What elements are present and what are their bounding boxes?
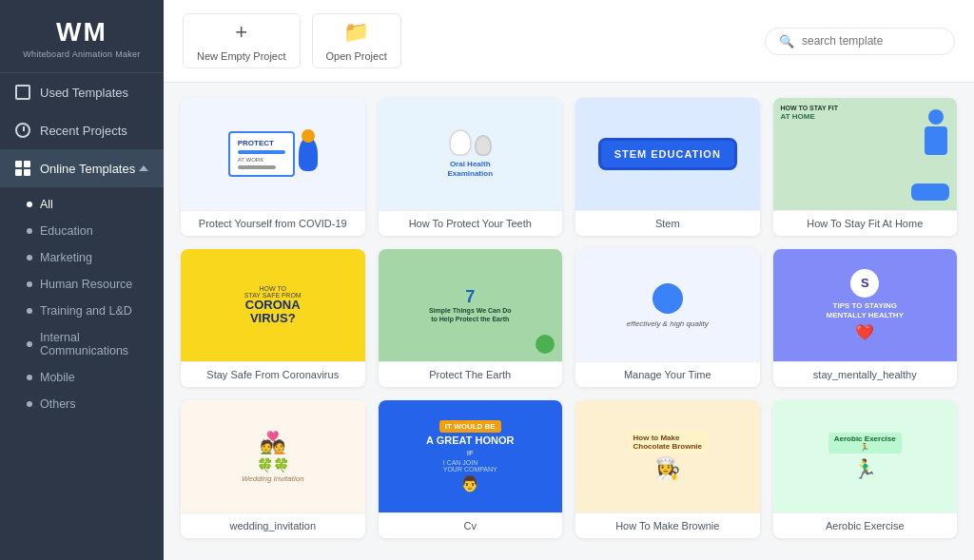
all-label: All [40, 198, 53, 211]
sidebar: WM Whiteboard Animation Maker Used Templ… [0, 0, 164, 560]
template-label-aerobic: Aerobic Exercise [773, 512, 958, 538]
education-label: Education [40, 224, 93, 238]
others-label: Others [40, 397, 76, 411]
template-card-fitness[interactable]: HOW TO STAY FITAT HOME How To Stay Fit A… [773, 98, 958, 236]
template-label-fitness: How To Stay Fit At Home [773, 210, 958, 236]
template-card-stem[interactable]: STEM EDUCATION Stem [575, 98, 760, 236]
template-label-brownie: How To Make Brownie [575, 512, 760, 538]
marketing-label: Marketing [40, 251, 92, 264]
grid-icon [15, 161, 30, 176]
template-label-stem: Stem [575, 210, 760, 236]
internal-comms-label: Internal Communications [40, 331, 148, 357]
template-card-cv[interactable]: IT WOULD BE A GREAT HONORIF I CAN JOINYO… [379, 400, 563, 538]
template-label-corona: Stay Safe From Coronavirus [181, 361, 365, 387]
chevron-up-icon [139, 165, 148, 171]
logo-initials: WM [11, 17, 152, 48]
online-templates-label: Online Templates [40, 162, 135, 176]
template-label-teeth: How To Protect Your Teeth [379, 210, 563, 236]
dot-icon [27, 375, 32, 380]
template-thumb-corona: HOW TO STAY SAFE FROM CORONAVIRUS? [181, 249, 365, 361]
template-card-time[interactable]: effectively & high quality Manage Your T… [575, 249, 760, 387]
template-card-earth[interactable]: 7 Simple Things We Can Doto Help Protect… [379, 249, 563, 387]
main-content: + New Empty Project 📁 Open Project 🔍 PRO… [164, 0, 974, 560]
used-templates-label: Used Templates [40, 86, 128, 100]
dot-icon [27, 341, 32, 347]
new-empty-project-button[interactable]: + New Empty Project [183, 13, 301, 68]
sidebar-item-recent-projects[interactable]: Recent Projects [0, 111, 164, 149]
template-thumb-cv: IT WOULD BE A GREAT HONORIF I CAN JOINYO… [379, 400, 563, 512]
open-project-label: Open Project [326, 50, 387, 62]
template-thumb-teeth: Oral HealthExamination [379, 98, 563, 210]
template-thumb-brownie: How to MakeChocolate Brownie 👩‍🍳 [575, 400, 760, 512]
dot-icon [27, 255, 32, 261]
dot-icon [27, 202, 32, 207]
dot-icon [27, 401, 32, 407]
template-card-mental[interactable]: S TIPS TO STAYINGMENTALLY HEALTHY ❤️ sta… [773, 249, 958, 387]
templates-grid: PROTECT AT WORK Protect Yourself from CO… [181, 98, 957, 538]
sidebar-item-used-templates[interactable]: Used Templates [0, 73, 164, 111]
recent-projects-label: Recent Projects [40, 124, 127, 138]
template-label-covid: Protect Yourself from COVID-19 [181, 210, 365, 236]
toolbar: + New Empty Project 📁 Open Project 🔍 [164, 0, 974, 83]
sidebar-item-human-resource[interactable]: Human Resource [0, 271, 164, 298]
template-thumb-stem: STEM EDUCATION [575, 98, 760, 210]
search-icon: 🔍 [779, 34, 794, 48]
new-empty-label: New Empty Project [197, 50, 286, 62]
template-card-corona[interactable]: HOW TO STAY SAFE FROM CORONAVIRUS? Stay … [181, 249, 365, 387]
template-thumb-mental: S TIPS TO STAYINGMENTALLY HEALTHY ❤️ [773, 249, 958, 361]
template-card-teeth[interactable]: Oral HealthExamination How To Protect Yo… [379, 98, 563, 236]
template-label-mental: stay_mentally_healthy [773, 361, 958, 387]
dot-icon [27, 308, 32, 314]
template-thumb-aerobic: Aerobic Exercise🏃 🏃‍♂️ [773, 400, 958, 512]
template-thumb-fitness: HOW TO STAY FITAT HOME [773, 98, 958, 210]
document-icon [15, 85, 30, 100]
template-card-brownie[interactable]: How to MakeChocolate Brownie 👩‍🍳 How To … [575, 400, 760, 538]
plus-icon: + [235, 20, 247, 45]
dot-icon [27, 281, 32, 287]
covid-artwork: PROTECT AT WORK [228, 131, 318, 177]
template-thumb-covid: PROTECT AT WORK [181, 98, 365, 210]
training-label: Training and L&D [40, 304, 132, 318]
template-thumb-wedding: 💑 🍀🍀 Wedding Invitation [181, 400, 365, 512]
sidebar-item-mobile[interactable]: Mobile [0, 364, 164, 391]
template-label-wedding: wedding_invitation [181, 512, 365, 538]
template-thumb-earth: 7 Simple Things We Can Doto Help Protect… [379, 249, 563, 361]
search-box: 🔍 [765, 28, 955, 55]
mobile-label: Mobile [40, 371, 75, 384]
app-logo: WM Whiteboard Animation Maker [0, 0, 164, 73]
sidebar-item-others[interactable]: Others [0, 391, 164, 417]
folder-icon: 📁 [343, 20, 369, 45]
sidebar-item-internal-comms[interactable]: Internal Communications [0, 324, 164, 364]
human-resource-label: Human Resource [40, 278, 132, 291]
sidebar-sub-items: All Education Marketing Human Resource T… [0, 187, 164, 421]
template-card-aerobic[interactable]: Aerobic Exercise🏃 🏃‍♂️ Aerobic Exercise [773, 400, 958, 538]
search-input[interactable] [802, 34, 935, 48]
template-label-time: Manage Your Time [575, 361, 760, 387]
online-templates-left: Online Templates [15, 161, 135, 176]
template-thumb-time: effectively & high quality [575, 249, 760, 361]
open-project-button[interactable]: 📁 Open Project [312, 13, 401, 68]
dot-icon [27, 228, 32, 234]
sidebar-item-training[interactable]: Training and L&D [0, 298, 164, 324]
templates-area: PROTECT AT WORK Protect Yourself from CO… [164, 83, 974, 560]
template-card-covid[interactable]: PROTECT AT WORK Protect Yourself from CO… [181, 98, 365, 236]
online-templates-header[interactable]: Online Templates [0, 149, 164, 187]
template-label-earth: Protect The Earth [379, 361, 563, 387]
sidebar-item-all[interactable]: All [0, 191, 164, 218]
template-card-wedding[interactable]: 💑 🍀🍀 Wedding Invitation wedding_invitati… [181, 400, 365, 538]
sidebar-item-education[interactable]: Education [0, 218, 164, 244]
sidebar-item-marketing[interactable]: Marketing [0, 244, 164, 271]
clock-icon [15, 123, 30, 138]
logo-subtitle: Whiteboard Animation Maker [11, 49, 152, 59]
template-label-cv: Cv [379, 512, 563, 538]
